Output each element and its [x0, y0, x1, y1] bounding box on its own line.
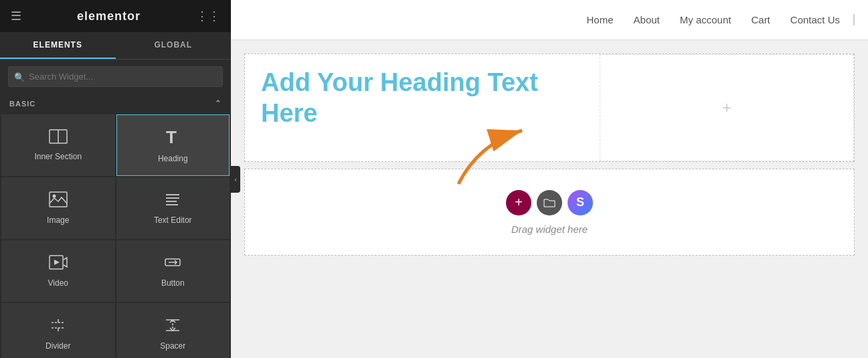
s-button[interactable]: S	[568, 190, 593, 215]
widget-button-label: Button	[161, 278, 185, 288]
nav-about[interactable]: About	[634, 14, 660, 25]
drag-action-buttons: + S	[506, 190, 593, 215]
widget-text-editor[interactable]: Text Editor	[116, 177, 230, 239]
search-icon: 🔍	[14, 72, 25, 82]
sidebar-header: ☰ elementor ⋮⋮	[0, 0, 231, 32]
widget-video[interactable]: Video	[1, 240, 115, 302]
heading-text-area: Add Your Heading Text Here	[245, 54, 600, 161]
widget-divider[interactable]: Divider	[1, 303, 115, 358]
canvas: Add Your Heading Text Here + + S Drag wi…	[231, 40, 868, 358]
collapse-sidebar-tab[interactable]: ‹	[231, 166, 240, 193]
widget-image-label: Image	[47, 215, 69, 225]
button-icon	[163, 254, 182, 273]
widgets-grid: Inner Section T Heading Image	[0, 113, 231, 358]
drag-section: + S Drag widget here	[244, 169, 855, 256]
widget-spacer[interactable]: Spacer	[116, 303, 230, 358]
video-icon	[49, 254, 68, 273]
svg-point-4	[52, 195, 56, 198]
heading-icon: T	[163, 127, 182, 149]
svg-rect-3	[50, 192, 67, 207]
widget-divider-label: Divider	[46, 341, 70, 351]
nav-myaccount[interactable]: My account	[680, 14, 731, 25]
nav-cart[interactable]: Cart	[751, 14, 770, 25]
widget-heading-label: Heading	[158, 154, 188, 163]
svg-text:T: T	[166, 127, 177, 146]
tab-elements[interactable]: ELEMENTS	[0, 32, 116, 59]
hamburger-icon[interactable]: ☰	[11, 9, 21, 23]
text-editor-icon	[163, 191, 182, 210]
widget-image[interactable]: Image	[1, 177, 115, 239]
sidebar: ☰ elementor ⋮⋮ ELEMENTS GLOBAL 🔍 BASIC ⌃…	[0, 0, 231, 358]
add-widget-button[interactable]: +	[506, 190, 531, 215]
tab-global[interactable]: GLOBAL	[116, 32, 232, 59]
top-nav: Home About My account Cart Contact Us	[231, 0, 868, 40]
heading-section: Add Your Heading Text Here +	[244, 54, 855, 162]
nav-contact[interactable]: Contact Us	[790, 14, 855, 25]
inner-section-icon	[49, 129, 68, 147]
plus-icon: +	[722, 98, 731, 117]
widget-button[interactable]: Button	[116, 240, 230, 302]
grid-icon[interactable]: ⋮⋮	[196, 9, 220, 23]
section-label: BASIC ⌃	[0, 94, 231, 113]
spacer-icon	[163, 317, 182, 336]
nav-home[interactable]: Home	[587, 14, 614, 25]
sidebar-tabs: ELEMENTS GLOBAL	[0, 32, 231, 60]
empty-column[interactable]: +	[600, 54, 854, 161]
main-content: Home About My account Cart Contact Us Ad…	[231, 0, 868, 358]
search-bar: 🔍	[0, 60, 231, 94]
heading-text[interactable]: Add Your Heading Text Here	[261, 68, 584, 128]
widget-video-label: Video	[48, 278, 68, 288]
search-input[interactable]	[8, 66, 223, 87]
drag-label: Drag widget here	[511, 223, 588, 235]
image-icon	[49, 191, 68, 210]
widget-heading[interactable]: T Heading	[116, 114, 230, 176]
svg-marker-10	[54, 260, 60, 265]
widget-spacer-label: Spacer	[160, 341, 185, 351]
chevron-down-icon: ⌃	[215, 99, 222, 108]
widget-text-editor-label: Text Editor	[154, 215, 192, 225]
widget-inner-section-label: Inner Section	[34, 152, 82, 161]
folder-button[interactable]	[537, 190, 562, 215]
widget-inner-section[interactable]: Inner Section	[1, 114, 115, 176]
sidebar-title: elementor	[77, 9, 141, 23]
divider-icon	[49, 317, 68, 336]
